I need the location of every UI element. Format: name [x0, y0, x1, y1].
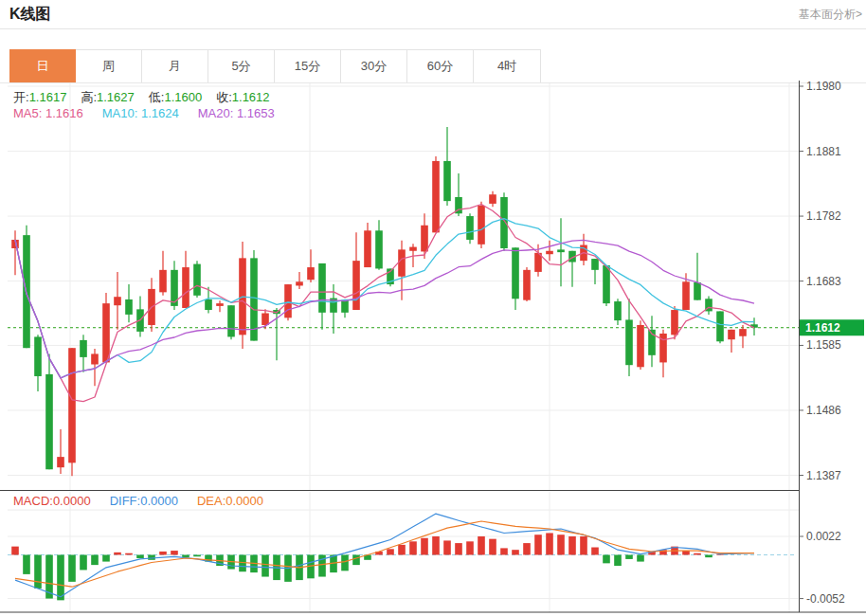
candles-layer [8, 127, 799, 476]
price-axis-label: 1.1387 [806, 469, 841, 482]
price-axis-label: 1.1782 [806, 209, 841, 223]
macd-axis-label: -0.0052 [806, 592, 845, 606]
candlestick-macd-chart[interactable]: 1.19801.18811.17821.16831.15851.14861.13… [0, 0, 866, 616]
macd-axis-label: 0.0022 [806, 530, 841, 543]
price-axis-label: 1.1683 [806, 275, 841, 288]
macd-layer [8, 514, 797, 600]
price-axis-label: 1.1486 [806, 404, 841, 417]
price-axis-label: 1.1881 [806, 145, 841, 158]
price-axis-label: 1.1980 [806, 80, 841, 93]
price-axis-label: 1.1585 [806, 338, 841, 352]
current-price-badge-label: 1.1612 [805, 321, 840, 335]
